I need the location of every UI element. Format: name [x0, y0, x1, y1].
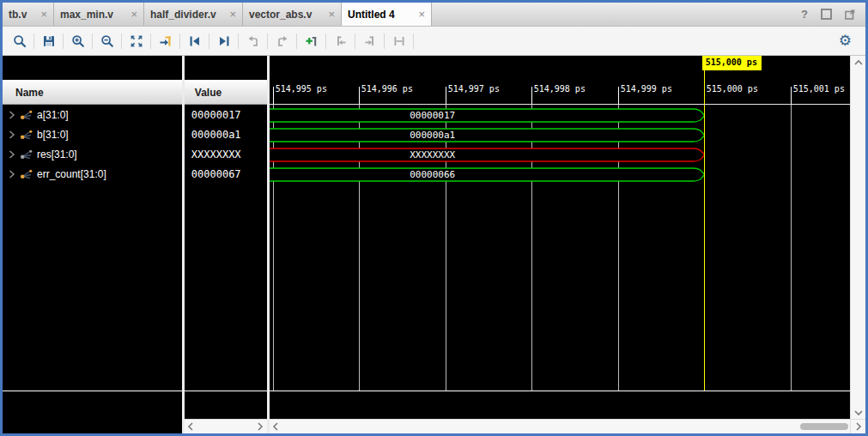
close-icon[interactable]: ×: [418, 8, 425, 21]
value-cell-a[interactable]: 00000017: [185, 105, 267, 124]
ruler-tick: 514,999 ps: [618, 87, 619, 104]
name-column-header: Name: [3, 80, 182, 105]
float-window-icon[interactable]: [845, 9, 855, 20]
expand-chevron-icon[interactable]: [9, 130, 15, 139]
waveform-panel: 515,000 ps 514,995 ps 514,996 ps 514,997…: [270, 56, 850, 433]
value-horizontal-scrollbar[interactable]: [185, 419, 267, 433]
redo-zoom-button[interactable]: [270, 30, 294, 52]
close-icon[interactable]: ×: [131, 8, 137, 21]
value-header-label: Value: [195, 87, 222, 99]
scrollbar-thumb[interactable]: [800, 423, 848, 430]
wave-vertical-scrollbar[interactable]: [850, 56, 865, 433]
signal-name-rows: a[31:0] b[31:0] res[31:0] err_count[31:0…: [3, 105, 182, 391]
bus-value-label: 000000a1: [270, 130, 596, 141]
name-panel-filler: [3, 391, 182, 433]
scroll-left-arrow[interactable]: [270, 420, 282, 433]
tab-vector-abs-v[interactable]: vector_abs.v ×: [243, 3, 342, 26]
cursor-line-ruler[interactable]: [704, 70, 705, 104]
search-icon: [13, 34, 27, 48]
ruler-tick: 514,998 ps: [531, 87, 532, 104]
signal-row-b[interactable]: b[31:0]: [3, 124, 182, 144]
value-column-header: Value: [185, 80, 267, 105]
tick-label: 514,997 ps: [448, 84, 500, 94]
ruler-tick: 514,995 ps: [273, 87, 274, 104]
save-wave-config-button[interactable]: [37, 30, 60, 52]
maximize-icon[interactable]: [821, 9, 832, 20]
go-to-cursor-icon: [159, 34, 173, 48]
scrollbar-track[interactable]: [197, 420, 254, 433]
name-header-label: Name: [15, 87, 44, 99]
expand-chevron-icon[interactable]: [9, 111, 15, 119]
waveform-canvas[interactable]: 00000017 000000a1 XXXXXXXX 00000066: [270, 105, 850, 391]
tab-label: tb.v: [9, 9, 27, 21]
previous-transition-button[interactable]: [183, 30, 206, 52]
tick-label: 514,999 ps: [621, 84, 672, 94]
zoom-fit-button[interactable]: [124, 30, 148, 52]
tab-tb-v[interactable]: tb.v ×: [3, 3, 54, 26]
ruler-tick: 514,997 ps: [446, 87, 446, 104]
scroll-right-arrow[interactable]: [852, 422, 865, 431]
tab-label: vector_abs.v: [249, 9, 312, 21]
signal-row-a[interactable]: a[31:0]: [3, 105, 182, 124]
scrollbar-track[interactable]: [851, 69, 865, 406]
expand-chevron-icon[interactable]: [9, 150, 15, 159]
time-ruler[interactable]: 515,000 ps 514,995 ps 514,996 ps 514,997…: [270, 56, 850, 105]
tab-half-divider-v[interactable]: half_divider.v ×: [144, 3, 243, 26]
close-icon[interactable]: ×: [229, 8, 236, 21]
close-icon[interactable]: ×: [328, 8, 335, 21]
scroll-right-arrow[interactable]: [254, 420, 267, 433]
tick-label: 515,000 ps: [707, 84, 758, 94]
cursor-line[interactable]: [704, 105, 705, 391]
expand-chevron-icon[interactable]: [9, 170, 15, 179]
scroll-up-arrow[interactable]: [851, 56, 865, 69]
next-transition-button[interactable]: [212, 30, 235, 52]
fit-between-markers-icon: [392, 34, 406, 48]
previous-transition-icon: [188, 34, 202, 48]
bus-value-label: 00000066: [270, 169, 596, 180]
gridline: [791, 105, 792, 391]
wave-horizontal-scrollbar[interactable]: [270, 419, 850, 433]
wave-filler: [270, 391, 850, 419]
add-marker-button[interactable]: [300, 30, 323, 52]
previous-marker-button[interactable]: [329, 30, 352, 52]
value-panel-filler: [185, 391, 267, 419]
tab-max-min-v[interactable]: max_min.v ×: [54, 3, 144, 26]
fit-between-markers-button[interactable]: [387, 30, 410, 52]
signal-name-label: a[31:0]: [37, 109, 69, 121]
scrollbar-corner: [851, 419, 865, 433]
wave-window-body: Name a[31:0] b[31:0] res[31:0]: [3, 56, 865, 433]
zoom-out-button[interactable]: [95, 30, 118, 52]
redo-zoom-icon: [276, 34, 289, 48]
find-button[interactable]: [8, 30, 31, 52]
bus-value-label: XXXXXXXX: [270, 149, 596, 160]
value-cell-b[interactable]: 000000a1: [185, 124, 267, 144]
value-cell-res[interactable]: XXXXXXXX: [185, 144, 267, 164]
signal-row-err-count[interactable]: err_count[31:0]: [3, 164, 182, 184]
tab-label: Untitled 4: [348, 9, 395, 21]
scrollbar-track[interactable]: [282, 420, 850, 433]
help-icon[interactable]: ?: [801, 8, 808, 21]
tab-label: max_min.v: [60, 9, 113, 21]
go-to-cursor-button[interactable]: [154, 30, 177, 52]
value-cell-err-count[interactable]: 00000067: [185, 164, 267, 184]
ruler-tick: 514,996 ps: [359, 87, 360, 104]
tab-untitled-4[interactable]: Untitled 4 ×: [342, 3, 432, 26]
scroll-left-arrow[interactable]: [185, 420, 197, 433]
zoom-fit-icon: [130, 34, 143, 48]
undo-zoom-button[interactable]: [241, 30, 264, 52]
next-transition-icon: [217, 34, 231, 48]
settings-gear-icon[interactable]: ⚙: [839, 33, 852, 48]
signal-name-panel: Name a[31:0] b[31:0] res[31:0]: [3, 56, 182, 433]
next-marker-button[interactable]: [358, 30, 381, 52]
close-icon[interactable]: ×: [40, 8, 47, 21]
bus-signal-icon: [20, 110, 33, 120]
zoom-in-button[interactable]: [66, 30, 89, 52]
signal-row-res[interactable]: res[31:0]: [3, 144, 182, 164]
window-controls: ?: [791, 3, 865, 26]
scroll-down-arrow[interactable]: [851, 406, 865, 419]
cursor-time-badge: 515,000 ps: [702, 56, 762, 70]
vivado-window: tb.v × max_min.v × half_divider.v × vect…: [0, 0, 868, 436]
zoom-in-icon: [71, 34, 85, 48]
ruler-tick: 515,001 ps: [791, 87, 792, 104]
bus-value-label: 00000017: [270, 110, 596, 121]
